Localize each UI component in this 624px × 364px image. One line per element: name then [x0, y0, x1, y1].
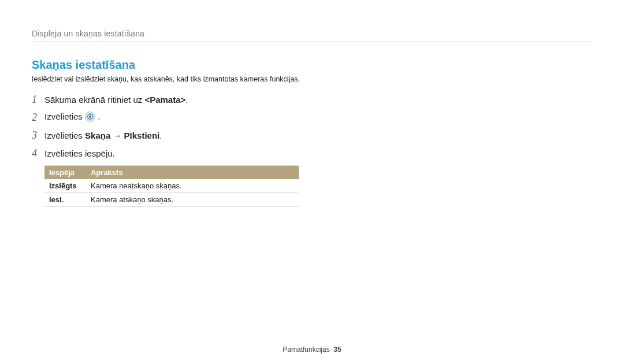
page: Displeja un skaņas iestatīšana Skaņas ie…	[0, 0, 624, 364]
td-description: Kamera atskaņo skaņas.	[86, 193, 299, 206]
step-bold2: Pīkstieni	[124, 131, 160, 140]
table-row: Iesl. Kamera atskaņo skaņas.	[44, 193, 299, 207]
step-prefix: Izvēlieties	[44, 131, 85, 140]
step-text: Izvēlieties Skaņa → Pīkstieni.	[44, 131, 162, 140]
step-number: 4	[32, 147, 44, 159]
step-text: Sākuma ekrānā ritiniet uz <Pamata>.	[44, 95, 188, 105]
td-option: Izslēgts	[44, 179, 86, 192]
section-heading: Skaņas iestatīšana	[32, 58, 592, 72]
arrow-icon: →	[110, 131, 124, 140]
step-prefix: Izvēlieties	[44, 112, 85, 121]
footer-label: Pamatfunkcijas	[283, 346, 329, 354]
table-header: Iespēja Apraksts	[44, 166, 299, 179]
step-number: 1	[32, 94, 44, 106]
th-description: Apraksts	[86, 166, 299, 179]
steps-list: 1 Sākuma ekrānā ritiniet uz <Pamata>. 2 …	[32, 94, 592, 159]
step-number: 2	[32, 112, 44, 124]
svg-line-10	[92, 118, 92, 119]
step-4: 4 Izvēlieties iespēju.	[32, 147, 592, 159]
step-suffix: .	[159, 131, 162, 140]
step-text: Izvēlieties iespēju.	[44, 148, 115, 158]
svg-line-9	[88, 118, 88, 119]
options-table: Iespēja Apraksts Izslēgts Kamera neatska…	[44, 165, 299, 207]
header-rule	[32, 42, 592, 42]
step-prefix: Izvēlieties iespēju.	[44, 148, 115, 158]
svg-line-7	[88, 114, 88, 115]
svg-line-8	[92, 114, 92, 115]
th-option: Iespēja	[44, 166, 86, 179]
settings-icon	[85, 112, 95, 124]
breadcrumb: Displeja un skaņas iestatīšana	[32, 29, 592, 38]
svg-point-2	[89, 116, 91, 118]
step-bold: <Pamata>	[144, 95, 185, 105]
step-suffix: .	[185, 95, 188, 105]
step-bold: Skaņa	[85, 131, 110, 140]
step-text: Izvēlieties	[44, 112, 100, 124]
table-row: Izslēgts Kamera neatskaņo skaņas.	[44, 179, 299, 193]
step-1: 1 Sākuma ekrānā ritiniet uz <Pamata>.	[32, 94, 592, 106]
step-prefix: Sākuma ekrānā ritiniet uz	[44, 95, 144, 105]
td-option: Iesl.	[44, 193, 86, 206]
step-3: 3 Izvēlieties Skaņa → Pīkstieni.	[32, 129, 592, 142]
step-suffix: .	[98, 112, 100, 121]
section-desc: Ieslēdziet vai izslēdziet skaņu, kas ats…	[32, 75, 592, 83]
page-number: 35	[333, 346, 341, 354]
step-2: 2 Izvēlieties	[32, 112, 592, 124]
td-description: Kamera neatskaņo skaņas.	[86, 179, 299, 192]
step-number: 3	[32, 129, 44, 142]
page-footer: Pamatfunkcijas 35	[0, 346, 624, 354]
